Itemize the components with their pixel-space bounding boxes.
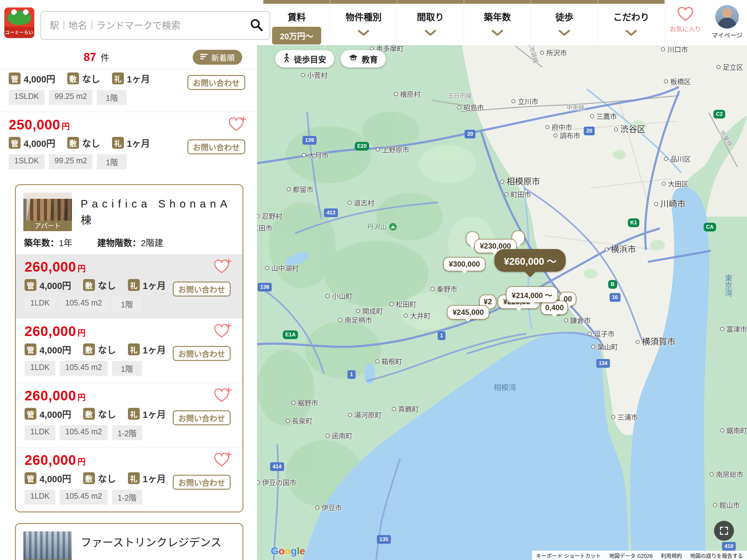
fee-shiki: 敷なし [67,136,100,149]
chevron-down-icon [531,30,598,37]
listing-plan-row[interactable]: 260,000円管4,000円敷なし礼1ヶ月1LDK105.45 m21-2階お… [16,383,242,447]
chevron-down-icon [464,30,531,37]
mountain-icon [389,223,397,231]
price-marker[interactable]: ¥300,000 [443,257,486,271]
fee-rei-badge: 礼 [128,408,140,420]
fee-shiki: 敷なし [67,72,100,85]
expressway-shield: E20 [355,142,369,151]
map-label-city: 小山町 [326,291,352,300]
map-canvas[interactable]: 小菅村奥多摩町檜原村昭島市立川市所沢市三鷹市府中市調布市渋谷区川口市足立区板橋区… [257,45,747,560]
avatar [715,5,739,29]
map-label-city: 三浦市 [611,411,638,422]
google-logo[interactable]: Google [271,545,305,557]
add-favorite-button[interactable] [212,387,233,404]
fee-shiki: 敷なし [83,343,116,356]
inquiry-button[interactable]: お問い合わせ [173,282,231,296]
search-icon[interactable] [250,18,263,33]
price-marker-selected[interactable]: ¥260,000 〜 [495,249,566,272]
inquiry-button[interactable]: お問い合わせ [173,346,231,361]
fee-kan: 管4,000円 [25,343,71,356]
inquiry-button[interactable]: お問い合わせ [173,475,231,490]
fee-shiki-value: なし [82,136,100,149]
terms-link[interactable]: 利用規約 [657,552,686,559]
fee-shiki: 敷なし [83,407,116,420]
map-label-city: 伊豆の国市 [257,477,296,487]
walk-time-toggle[interactable]: 徒歩目安 [275,50,334,68]
add-favorite-button[interactable] [212,258,233,275]
report-map-error-link[interactable]: 地図の誤りを報告する [686,552,747,559]
sort-button[interactable]: 新着順 [193,50,242,65]
header: ユーミーらいふ 賃料 20万円〜 物件種別 間取り 築年数 [0,0,747,45]
spec-layout: 1LDK [25,425,55,440]
mypage-button[interactable]: マイページ [707,0,747,50]
spec-area: 105.45 m2 [60,490,108,505]
fee-shiki-badge: 敷 [67,73,79,84]
filter-floorplan[interactable]: 間取り [397,0,464,45]
route-shield: 139 [303,136,316,145]
fee-rei: 礼1ヶ月 [128,343,166,356]
map-label-city: 山中湖村 [265,263,299,272]
listing-plan-row[interactable]: 260,000円管4,000円敷なし礼1ヶ月1LDK105.45 m21階お問い… [16,254,242,318]
fee-rei: 礼1ヶ月 [128,407,166,420]
property-title: ファーストリンクレジデンス [81,531,222,560]
listing-plan-row[interactable]: 260,000円管4,000円敷なし礼1ヶ月1LDK105.45 m21-2階お… [16,447,242,511]
add-favorite-button[interactable] [227,116,248,133]
filter-property-type[interactable]: 物件種別 [330,0,397,45]
fee-rei-value: 1ヶ月 [143,472,166,485]
fee-kan-badge: 管 [25,344,36,355]
add-favorite-button[interactable] [212,451,233,469]
brand-logo[interactable]: ユーミーらいふ [4,7,34,38]
google-logo-letter: e [300,545,305,557]
map-label-city: 函南町 [326,430,352,440]
fullscreen-button[interactable] [714,521,734,541]
education-toggle[interactable]: 教育 [340,50,386,68]
property-age-value: 1年 [59,238,73,248]
route-shield: 1 [438,331,445,340]
plan-price-value: 260,000 [25,324,76,339]
price-marker[interactable]: ¥245,000 [447,305,489,320]
property-card[interactable]: マンションファーストリンクレジデンス築年数：3年建物階数：14階建228,000… [15,523,243,560]
inquiry-button[interactable]: お問い合わせ [187,75,245,90]
plan-price-value: 260,000 [25,452,76,468]
route-shield: 20 [465,130,475,138]
favorites-button[interactable]: お気に入り [665,0,706,51]
spec-layout: 1SLDK [9,154,45,169]
filter-building-age[interactable]: 築年数 [464,0,531,45]
route-shield: 20 [584,127,595,135]
price-marker[interactable]: ¥214,000 〜 [506,287,558,303]
listing-panel: 87 件 新着順 管4,000円敷なし礼1ヶ月1SLDK99.25 m21階お問… [0,45,257,560]
filter-rent-value-button[interactable]: 20万円〜 [272,27,321,45]
chevron-down-icon [397,30,464,37]
inquiry-button[interactable]: お問い合わせ [173,410,231,425]
fee-rei-badge: 礼 [128,279,140,291]
fee-kan-value: 4,000円 [24,136,55,149]
map-data-copyright: 地図データ ©2026 [605,552,657,559]
spec-area: 99.25 m2 [49,154,93,169]
property-card[interactable]: アパートPacifica ShonanA棟築年数：1年建物階数：2階建260,0… [15,184,243,512]
inquiry-button[interactable]: お問い合わせ [187,139,245,154]
listing-plan-row[interactable]: 260,000円管4,000円敷なし礼1ヶ月1LDK105.45 m21階お問い… [16,318,242,383]
filter-bar: 賃料 20万円〜 物件種別 間取り 築年数 徒歩 こだわり [263,0,665,45]
spec-floor: 1階 [112,361,142,376]
results-count-unit: 件 [101,53,109,63]
results-count-number: 87 [84,51,96,63]
google-logo-letter: o [279,545,285,557]
expressway-shield: C2 [713,110,725,118]
education-label: 教育 [362,53,378,65]
map-label-city: 町田市 [505,189,531,199]
filter-rent[interactable]: 賃料 20万円〜 [263,0,330,45]
listing-plan-row[interactable]: 250,000円管4,000円敷なし礼1ヶ月1SLDK99.25 m21階お問い… [0,112,257,176]
listing-plan-row[interactable]: 管4,000円敷なし礼1ヶ月1SLDK99.25 m21階お問い合わせ [0,70,257,112]
chevron-down-icon [330,30,397,37]
map-label-city: 大月市 [302,150,329,160]
chevron-down-icon [598,30,665,37]
plan-specs: 1LDK105.45 m21階 [25,361,235,376]
add-favorite-button[interactable] [212,322,233,340]
fee-shiki-value: なし [82,72,100,85]
search-input[interactable] [49,20,250,31]
filter-preferences[interactable]: こだわり [598,0,665,45]
spec-area: 105.45 m2 [60,296,108,312]
keyboard-shortcuts-link[interactable]: キーボード ショートカット [532,552,605,559]
map-label-city: 裾野市 [291,397,318,407]
filter-walk-distance[interactable]: 徒歩 [531,0,598,45]
